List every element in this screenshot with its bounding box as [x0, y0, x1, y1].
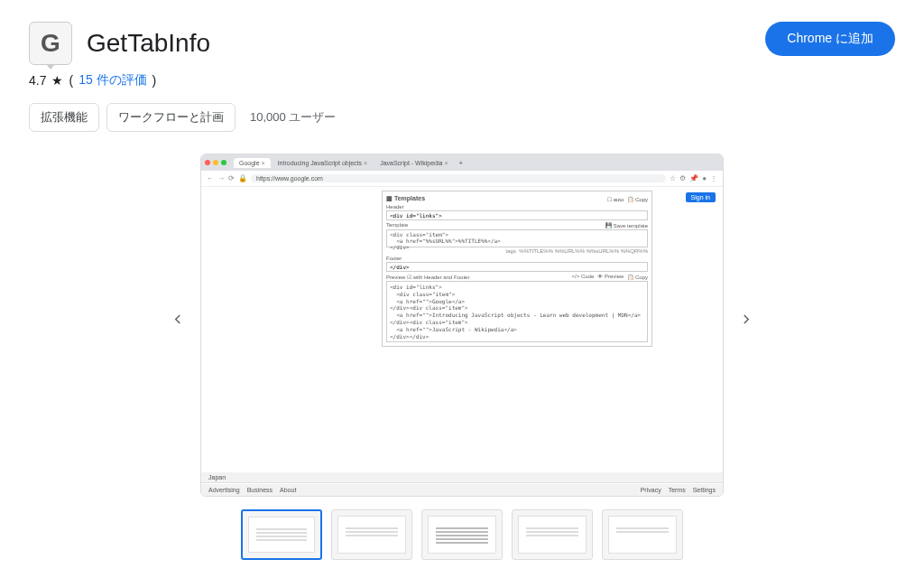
carousel-prev-button[interactable]: [162, 304, 193, 340]
footer-link: About: [280, 487, 296, 493]
header-input: [386, 210, 648, 220]
footer-label: Footer: [386, 256, 402, 261]
add-to-chrome-button[interactable]: Chrome に追加: [765, 22, 895, 56]
auto-checkbox: ☐ auto: [607, 196, 624, 202]
screenshot-main[interactable]: Google × Introducing JavaScript objects …: [200, 154, 724, 497]
chip-category[interactable]: ワークフローと計画: [106, 103, 236, 132]
reload-icon: ⟳: [228, 174, 235, 182]
url-bar: https://www.google.com: [251, 174, 666, 182]
star-icon: ☆: [670, 174, 676, 182]
extension-icon: G: [29, 22, 72, 65]
reviews-paren-open: (: [69, 73, 73, 88]
chip-extension-type[interactable]: 拡張機能: [29, 103, 99, 132]
footer-link: Advertising: [208, 487, 240, 493]
copy-button: 📋 Copy: [627, 196, 648, 202]
thumbnail-2[interactable]: [331, 509, 412, 560]
preview-output: <div id="links"> <div class="item"> <a h…: [386, 281, 648, 342]
back-icon: ←: [207, 174, 214, 182]
chevron-right-icon: [738, 312, 754, 328]
footer-link: Terms: [669, 487, 686, 493]
chevron-left-icon: [170, 312, 186, 328]
footer-link: Settings: [693, 487, 716, 493]
star-icon: ★: [51, 73, 63, 88]
footer-link: Privacy: [641, 487, 661, 493]
footer-input: [386, 262, 648, 272]
code-button: </> Code: [572, 274, 595, 280]
copy-preview-button: 📋 Copy: [627, 274, 648, 280]
extension-pin-icon: 📌: [689, 174, 698, 182]
signin-button: Sign in: [686, 192, 716, 202]
template-label: Template: [386, 222, 408, 228]
template-textarea: <div class="item"> <a href="%%sURL%%">%%…: [386, 229, 648, 247]
extension-title: GetTabInfo: [87, 29, 210, 58]
footer-link: Business: [247, 487, 273, 493]
thumbnail-5[interactable]: [602, 509, 683, 560]
tags-list: %%TITLE%% %%URL%% %%sURL%% %%QR%%: [519, 248, 648, 254]
google-footer-country: Japan: [201, 472, 723, 483]
forward-icon: →: [217, 174, 225, 182]
rating-value: 4.7: [29, 73, 46, 88]
preview-button: 👁 Preview: [597, 274, 624, 280]
thumbnail-3[interactable]: [421, 509, 503, 560]
browser-tab: JavaScript - Wikipedia ×: [374, 158, 453, 168]
lock-icon: 🔒: [238, 174, 247, 182]
window-controls: [205, 160, 226, 165]
tags-label: tags: [506, 248, 516, 254]
preview-label: Preview: [386, 275, 405, 280]
save-template-button: 💾 Save template: [605, 222, 648, 228]
reviews-paren-close: ): [152, 73, 157, 88]
browser-tab: Introducing JavaScript objects ×: [273, 158, 373, 168]
profile-icon: ●: [702, 174, 707, 182]
thumbnail-4[interactable]: [512, 509, 593, 560]
user-count: 10,000 ユーザー: [250, 109, 336, 126]
new-tab-button: +: [456, 157, 467, 169]
reviews-link[interactable]: 15 件の評価: [79, 72, 146, 89]
extension-popup-panel: ▦ Templates ☐ auto 📋 Copy Header Templat…: [382, 191, 652, 347]
panel-title: ▦ Templates: [386, 195, 425, 202]
thumbnail-1[interactable]: [241, 509, 322, 560]
menu-icon: ⋮: [710, 174, 717, 182]
header-label: Header: [386, 204, 404, 210]
browser-tab: Google ×: [234, 158, 271, 168]
extension-puzzle-icon: ⚙: [679, 174, 686, 182]
with-header-footer-label: with Header and Footer: [413, 275, 470, 280]
carousel-next-button[interactable]: [731, 304, 762, 340]
